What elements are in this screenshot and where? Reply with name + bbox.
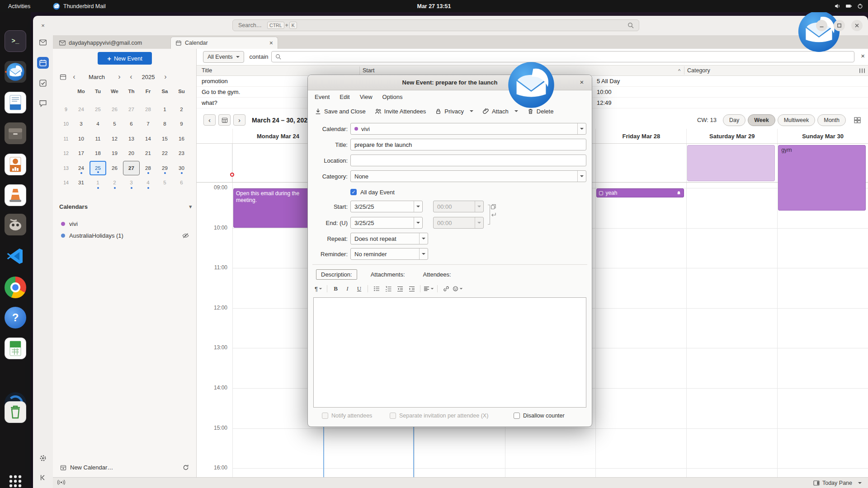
- minical-day[interactable]: 5: [106, 117, 123, 131]
- activities-button[interactable]: Activities: [8, 3, 30, 9]
- italic-button[interactable]: I: [342, 284, 353, 294]
- tab-attachments[interactable]: Attachments:: [366, 270, 410, 279]
- view-day-button[interactable]: Day: [723, 114, 745, 126]
- today-pane-toggle[interactable]: Today Pane: [813, 480, 862, 486]
- bullet-list-button[interactable]: [371, 284, 382, 294]
- minical-day[interactable]: 27: [123, 102, 140, 117]
- minical-day[interactable]: 14: [140, 131, 156, 146]
- tab-attendees[interactable]: Attendees:: [419, 270, 456, 279]
- minical-day[interactable]: 25: [90, 161, 106, 176]
- collapse-spaces-icon[interactable]: [37, 472, 49, 483]
- tab-close-icon[interactable]: ×: [269, 39, 273, 47]
- day-header[interactable]: Sunday Mar 30: [777, 129, 868, 143]
- numbered-list-button[interactable]: [383, 284, 393, 294]
- close-button[interactable]: [851, 20, 863, 31]
- all-events-dropdown[interactable]: All Events: [203, 51, 244, 63]
- column-category[interactable]: Category: [687, 67, 710, 74]
- minical-day[interactable]: 24: [73, 161, 90, 176]
- minical-next-month-button[interactable]: ›: [113, 72, 125, 82]
- minical-day[interactable]: 24: [73, 102, 90, 117]
- minical-prev-year-button[interactable]: ‹: [125, 72, 137, 82]
- minical-day[interactable]: 30: [173, 161, 190, 176]
- mail-space-icon[interactable]: [37, 37, 49, 48]
- view-week-button[interactable]: Week: [748, 114, 775, 126]
- column-start[interactable]: Start: [363, 67, 374, 74]
- reminder-select[interactable]: No reminder: [350, 248, 428, 260]
- minical-day[interactable]: 3: [73, 117, 90, 131]
- disallow-counter-option[interactable]: Disallow counter: [514, 413, 565, 419]
- column-picker-icon[interactable]: [859, 68, 865, 74]
- minical-day[interactable]: 11: [90, 131, 106, 146]
- view-month-button[interactable]: Month: [817, 114, 846, 126]
- focused-app-indicator[interactable]: Thunderbird Mail: [53, 3, 106, 10]
- calendar-space-icon[interactable]: [37, 57, 49, 69]
- view-multiweek-button[interactable]: Multiweek: [778, 114, 816, 126]
- minical-today-button[interactable]: [57, 72, 68, 82]
- minical-day[interactable]: 22: [156, 146, 173, 161]
- thunderbird-dock-icon[interactable]: [5, 61, 26, 83]
- calendar-select[interactable]: vivi: [350, 123, 586, 135]
- indent-button[interactable]: [406, 284, 417, 294]
- insert-link-button[interactable]: [441, 284, 451, 294]
- eye-hidden-icon[interactable]: [182, 233, 189, 239]
- previous-week-button[interactable]: ‹: [203, 114, 216, 126]
- allday-checkbox[interactable]: [350, 189, 357, 195]
- refresh-icon[interactable]: [183, 464, 189, 470]
- writer-icon[interactable]: [5, 92, 26, 113]
- allday-event[interactable]: gym: [778, 145, 866, 211]
- minical-day[interactable]: 9: [173, 117, 190, 131]
- minical-day[interactable]: 16: [173, 131, 190, 146]
- minical-day[interactable]: 12: [106, 131, 123, 146]
- calendar-event[interactable]: yeah: [596, 188, 684, 197]
- start-date-select[interactable]: 3/25/25: [350, 201, 423, 212]
- calc-icon[interactable]: [5, 338, 26, 359]
- minical-day[interactable]: 8: [156, 117, 173, 131]
- minical-day[interactable]: 23: [173, 146, 190, 161]
- spaces-close-icon[interactable]: ×: [37, 19, 49, 31]
- tab-calendar[interactable]: Calendar ×: [170, 37, 278, 49]
- vlc-icon[interactable]: [5, 184, 26, 206]
- event-filter-search[interactable]: [271, 51, 854, 62]
- gimp-icon[interactable]: [5, 214, 26, 235]
- attach-button[interactable]: Attach: [478, 105, 522, 117]
- minimize-button[interactable]: [816, 20, 827, 31]
- minical-day[interactable]: 19: [106, 146, 123, 161]
- trash-icon[interactable]: [5, 401, 26, 423]
- minical-day[interactable]: 2: [106, 175, 123, 190]
- terminal-icon[interactable]: >_: [5, 30, 26, 52]
- minical-day[interactable]: 28: [140, 161, 156, 176]
- minical-prev-month-button[interactable]: ‹: [68, 72, 80, 82]
- day-header[interactable]: Friday Mar 28: [595, 129, 686, 143]
- chat-space-icon[interactable]: [37, 98, 49, 109]
- help-icon[interactable]: ?: [5, 307, 26, 328]
- minical-day[interactable]: 1: [156, 102, 173, 117]
- underline-button[interactable]: U: [354, 284, 364, 294]
- bold-button[interactable]: B: [330, 284, 341, 294]
- clock[interactable]: Mar 27 13:51: [417, 3, 451, 9]
- app-grid-icon[interactable]: [7, 473, 24, 488]
- minical-day[interactable]: 6: [123, 117, 140, 131]
- minical-day[interactable]: 31: [73, 175, 90, 190]
- multiday-grid-icon[interactable]: [854, 117, 861, 123]
- filter-close-icon[interactable]: ×: [861, 52, 865, 59]
- minical-day[interactable]: 26: [106, 102, 123, 117]
- privacy-button[interactable]: Privacy: [431, 105, 477, 117]
- tab-description[interactable]: Description:: [316, 269, 357, 280]
- invite-attendees-button[interactable]: Invite Attendees: [371, 105, 430, 117]
- minical-day[interactable]: 1: [90, 175, 106, 190]
- system-tray[interactable]: [834, 3, 863, 9]
- description-textarea[interactable]: [313, 297, 586, 408]
- minical-day[interactable]: 4: [140, 175, 156, 190]
- minical-day[interactable]: 21: [140, 146, 156, 161]
- vscode-icon[interactable]: [5, 245, 26, 267]
- calendar-list-item-vivi[interactable]: vivi: [56, 218, 193, 230]
- minical-day[interactable]: 26: [106, 161, 123, 176]
- minical-day[interactable]: 3: [123, 175, 140, 190]
- calendars-header[interactable]: Calendars ▾: [59, 203, 192, 210]
- new-calendar-button[interactable]: New Calendar…: [56, 461, 193, 474]
- minical-day[interactable]: 5: [156, 175, 173, 190]
- minical-day[interactable]: 2: [173, 102, 190, 117]
- dialog-close-button[interactable]: ×: [577, 78, 586, 87]
- menu-event[interactable]: Event: [310, 94, 335, 100]
- minical-day[interactable]: 15: [156, 131, 173, 146]
